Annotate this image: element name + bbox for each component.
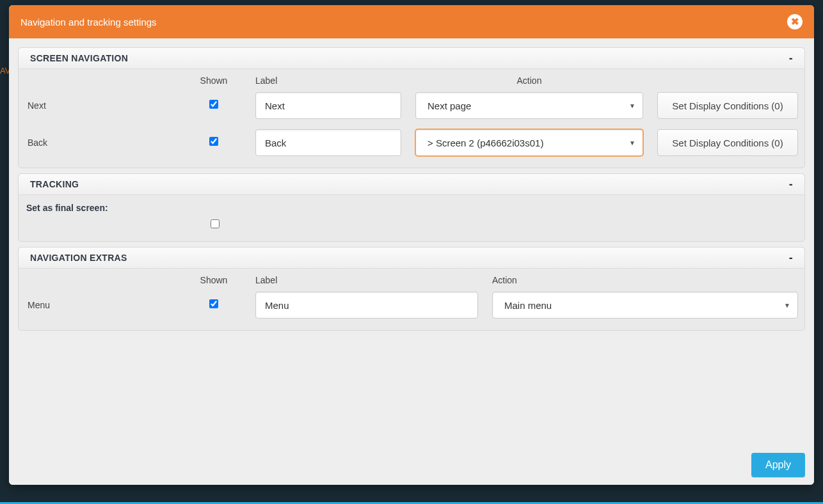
panel-header-tracking[interactable]: TRACKING - [19,174,804,195]
header-label: Label [255,75,415,86]
modal-body: SCREEN NAVIGATION - Shown Label Action N… [9,38,814,453]
header-action: Action [415,75,657,86]
panel-body-tracking: Set as final screen: [19,195,804,241]
nav-row-next: Next Next page [25,90,798,122]
next-action-select[interactable]: Next page [415,92,643,119]
back-conditions-button[interactable]: Set Display Conditions (0) [657,129,798,156]
menu-action-select[interactable]: Main menu [492,292,798,319]
menu-label-input[interactable] [255,292,478,319]
close-button[interactable]: ✖ [787,14,803,29]
apply-button[interactable]: Apply [751,453,805,477]
next-label-input[interactable] [255,92,401,119]
panel-screen-navigation: SCREEN NAVIGATION - Shown Label Action N… [18,47,805,168]
settings-modal: Navigation and tracking settings ✖ SCREE… [9,5,814,485]
header-action: Action [492,275,798,285]
panel-title: NAVIGATION EXTRAS [30,253,127,263]
extras-row-menu: Menu Main menu [25,289,798,321]
panel-header-navigation-extras[interactable]: NAVIGATION EXTRAS - [19,248,804,269]
row-name: Menu [25,300,172,310]
panel-body-navigation-extras: Shown Label Action Menu Mai [19,269,804,330]
column-headers: Shown Label Action [25,72,798,90]
header-shown: Shown [172,75,255,86]
next-action-select-wrap: Next page [415,92,643,119]
menu-action-select-wrap: Main menu [492,292,798,319]
header-label: Label [255,275,492,285]
panel-navigation-extras: NAVIGATION EXTRAS - Shown Label Action M… [18,247,805,331]
back-label-input[interactable] [255,129,401,156]
final-screen-label: Set as final screen: [25,200,798,219]
next-shown-checkbox[interactable] [209,100,218,109]
nav-row-back: Back > Screen 2 (p46662i03s01) [25,127,798,159]
close-icon: ✖ [791,16,799,28]
collapse-icon[interactable]: - [789,56,793,60]
modal-footer: Apply [9,453,814,485]
modal-header: Navigation and tracking settings ✖ [9,5,814,38]
final-screen-checkbox[interactable] [211,219,220,228]
modal-title: Navigation and tracking settings [20,17,157,28]
column-headers: Shown Label Action [25,271,798,289]
header-shown: Shown [172,275,255,285]
row-name: Back [25,138,172,148]
panel-header-screen-navigation[interactable]: SCREEN NAVIGATION - [19,48,804,69]
panel-title: SCREEN NAVIGATION [30,53,128,63]
collapse-icon[interactable]: - [789,256,793,260]
menu-shown-checkbox[interactable] [209,299,218,308]
next-conditions-button[interactable]: Set Display Conditions (0) [657,92,798,119]
panel-title: TRACKING [30,179,79,189]
row-name: Next [25,100,172,111]
back-action-select[interactable]: > Screen 2 (p46662i03s01) [415,129,643,156]
back-action-select-wrap: > Screen 2 (p46662i03s01) [415,129,643,156]
back-shown-checkbox[interactable] [209,137,218,146]
panel-tracking: TRACKING - Set as final screen: [18,173,805,242]
panel-body-screen-navigation: Shown Label Action Next [19,69,804,168]
collapse-icon[interactable]: - [789,182,793,186]
